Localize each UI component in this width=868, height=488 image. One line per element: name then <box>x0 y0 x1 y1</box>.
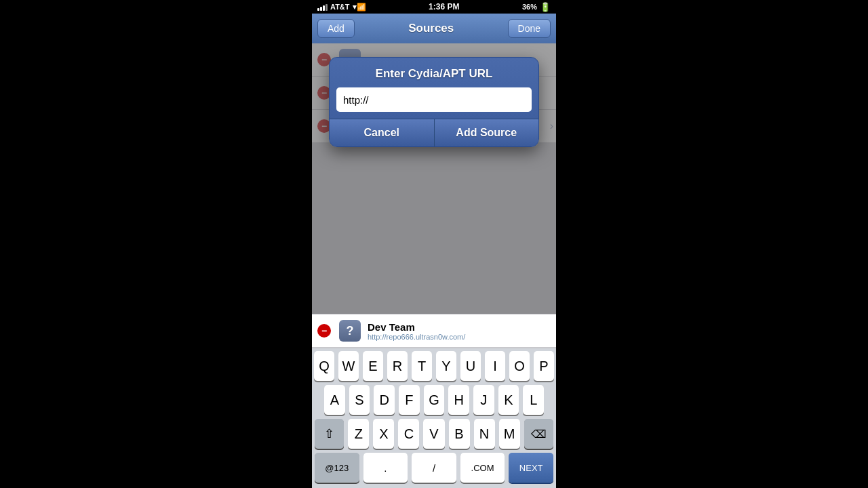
list-item: − ? Dev Team http://repo666.ultrasn0w.co… <box>312 314 556 348</box>
battery-icon: 🔋 <box>540 2 551 12</box>
period-key[interactable]: . <box>363 453 408 483</box>
backspace-key[interactable]: ⌫ <box>524 419 553 449</box>
keyboard-row-1: Q W E R T Y U I O P <box>312 348 556 382</box>
key-q[interactable]: Q <box>314 351 334 381</box>
slash-key[interactable]: / <box>412 453 456 483</box>
key-l[interactable]: L <box>523 385 544 415</box>
next-key[interactable]: Next <box>509 453 553 483</box>
key-g[interactable]: G <box>424 385 445 415</box>
numbers-key[interactable]: @123 <box>315 453 359 483</box>
key-k[interactable]: K <box>498 385 519 415</box>
key-m[interactable]: M <box>499 419 520 449</box>
key-c[interactable]: C <box>398 419 419 449</box>
carrier-label: AT&T <box>330 3 350 11</box>
time-label: 1:36 PM <box>429 2 459 12</box>
key-t[interactable]: T <box>412 351 432 381</box>
source-icon: ? <box>339 320 361 342</box>
key-y[interactable]: Y <box>436 351 456 381</box>
key-b[interactable]: B <box>449 419 470 449</box>
key-x[interactable]: X <box>373 419 394 449</box>
content-area: − m http://cydia.angelswind.net − BB htt… <box>312 43 556 314</box>
keyboard: Q W E R T Y U I O P A S D F G H J K <box>312 348 556 488</box>
dialog-input-wrap <box>330 87 538 119</box>
battery-label: 36% <box>522 3 537 11</box>
key-f[interactable]: F <box>399 385 420 415</box>
status-left: AT&T ▾📶 <box>317 3 366 12</box>
add-button[interactable]: Add <box>317 19 355 38</box>
dialog-buttons: Cancel Add Source <box>330 119 538 146</box>
add-source-button[interactable]: Add Source <box>435 119 539 146</box>
key-i[interactable]: I <box>485 351 505 381</box>
key-n[interactable]: N <box>474 419 495 449</box>
source-title: Dev Team <box>368 321 548 333</box>
url-input[interactable] <box>336 87 532 112</box>
key-o[interactable]: O <box>509 351 530 381</box>
key-h[interactable]: H <box>448 385 469 415</box>
key-j[interactable]: J <box>473 385 494 415</box>
dev-team-item: − ? Dev Team http://repo666.ultrasn0w.co… <box>312 314 556 348</box>
key-a[interactable]: A <box>324 385 345 415</box>
key-p[interactable]: P <box>534 351 554 381</box>
dialog-title: Enter Cydia/APT URL <box>330 58 538 87</box>
signal-icon <box>317 3 328 11</box>
remove-button[interactable]: − <box>317 324 331 338</box>
keyboard-row-3: ⇧ Z X C V B N M ⌫ <box>312 416 556 450</box>
source-url: http://repo666.ultrasn0w.com/ <box>368 333 548 341</box>
cancel-button[interactable]: Cancel <box>330 119 435 146</box>
key-d[interactable]: D <box>374 385 395 415</box>
key-u[interactable]: U <box>460 351 481 381</box>
list-text: Dev Team http://repo666.ultrasn0w.com/ <box>368 321 548 341</box>
shift-key[interactable]: ⇧ <box>315 419 344 449</box>
key-r[interactable]: R <box>387 351 408 381</box>
wifi-icon: ▾📶 <box>353 3 366 12</box>
keyboard-row-2: A S D F G H J K L <box>312 382 556 416</box>
add-source-dialog: Enter Cydia/APT URL Cancel Add Source <box>329 57 539 147</box>
key-e[interactable]: E <box>363 351 383 381</box>
nav-title: Sources <box>408 22 454 35</box>
keyboard-row-bottom: @123 . / .com Next <box>312 450 556 488</box>
key-s[interactable]: S <box>349 385 370 415</box>
key-z[interactable]: Z <box>348 419 369 449</box>
done-button[interactable]: Done <box>508 19 551 38</box>
status-bar: AT&T ▾📶 1:36 PM 36% 🔋 <box>312 0 556 14</box>
nav-bar: Add Sources Done <box>312 14 556 43</box>
dialog-overlay: Enter Cydia/APT URL Cancel Add Source <box>312 43 556 314</box>
dotcom-key[interactable]: .com <box>460 453 505 483</box>
key-w[interactable]: W <box>338 351 359 381</box>
key-v[interactable]: V <box>423 419 444 449</box>
status-right: 36% 🔋 <box>522 2 551 12</box>
